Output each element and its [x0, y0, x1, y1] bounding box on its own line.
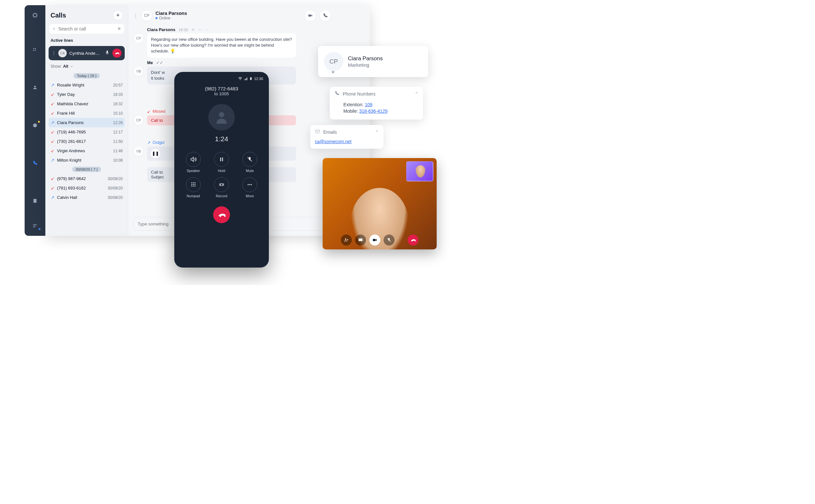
- contact-name: Ciara Parsons: [348, 55, 383, 62]
- search-icon: [52, 26, 56, 31]
- call-row[interactable]: ↙Virgie Andrews11:46: [49, 146, 125, 155]
- battery-icon: [249, 76, 253, 81]
- direction-icon: ↗: [51, 158, 54, 163]
- mute-button[interactable]: Mute: [239, 152, 260, 173]
- svg-point-0: [33, 48, 34, 49]
- call-row[interactable]: ↙Frank Hill15:10: [49, 109, 125, 118]
- more-icon[interactable]: ⋯: [205, 27, 209, 32]
- direction-icon: ↙: [51, 139, 54, 144]
- svg-point-26: [191, 182, 192, 183]
- call-row[interactable]: ↙Mathilda Chavez18:32: [49, 99, 125, 109]
- collapse-icon[interactable]: ⌃: [415, 91, 419, 97]
- pause-icon[interactable]: ❚❚: [151, 149, 160, 158]
- mobile-link[interactable]: 318-636-4129: [359, 109, 387, 114]
- svg-rect-18: [308, 15, 311, 17]
- favorite-icon[interactable]: ★: [331, 69, 335, 74]
- call-row[interactable]: ↗Ciara Parsons12:26: [49, 118, 125, 127]
- end-video-button[interactable]: [407, 235, 419, 246]
- call-time: 30/08/20: [108, 186, 123, 190]
- signal-icon: [244, 76, 248, 81]
- mic-icon[interactable]: [105, 50, 110, 56]
- dialpad-icon[interactable]: [118, 26, 121, 31]
- contact-dept: Marketing: [348, 62, 383, 68]
- numpad-button[interactable]: Numpad: [183, 177, 204, 198]
- screen-share-button[interactable]: [355, 235, 366, 246]
- drag-icon: ⋮: [52, 51, 56, 55]
- phone-statusbar: 12:30: [180, 76, 263, 81]
- kebab-icon[interactable]: ⋮: [133, 13, 138, 19]
- call-name: (719) 446-7695: [57, 130, 110, 134]
- chat-header: ⋮ CP Ciara Parsons Online: [128, 5, 370, 25]
- svg-point-7: [53, 28, 55, 29]
- email-link[interactable]: ca@somecom.net: [315, 139, 351, 144]
- call-name: Mathilda Chavez: [57, 101, 110, 106]
- audio-call-button[interactable]: [319, 10, 331, 21]
- end-call-button[interactable]: [112, 49, 121, 58]
- svg-rect-42: [359, 238, 362, 241]
- mic-mute-button[interactable]: [384, 235, 395, 246]
- search-bar[interactable]: [49, 24, 124, 34]
- logo-icon[interactable]: [31, 12, 39, 18]
- svg-rect-23: [220, 157, 221, 161]
- chat-name: Ciara Parsons: [155, 11, 187, 16]
- video-call-button[interactable]: [304, 10, 316, 21]
- call-time: 18:32: [113, 102, 123, 106]
- caller-avatar: [208, 104, 235, 131]
- calls-panel: Calls + Active lines ⋮ CA Cynthia Ande… …: [45, 5, 128, 236]
- call-row[interactable]: ↙(719) 446-769512:17: [49, 127, 125, 137]
- chat-avatar: CP: [141, 10, 152, 21]
- svg-point-15: [119, 29, 120, 30]
- call-row[interactable]: ↗Calvin Hall30/08/20: [49, 193, 125, 202]
- menu-icon[interactable]: [31, 222, 39, 229]
- extension-link[interactable]: 109: [365, 102, 372, 107]
- direction-icon: ↙: [51, 92, 54, 97]
- direction-icon: ↙: [51, 186, 54, 190]
- svg-point-14: [118, 29, 119, 30]
- call-row[interactable]: ↙(781) 693-616230/08/20: [49, 183, 125, 193]
- profile-icon[interactable]: [31, 84, 39, 91]
- call-time: 30/08/20: [108, 177, 123, 181]
- hold-button[interactable]: Hold: [211, 152, 232, 173]
- svg-rect-6: [33, 199, 36, 203]
- call-row[interactable]: ↗Milton Knight10:08: [49, 155, 125, 165]
- calls-title: Calls: [51, 12, 66, 19]
- emails-panel: Emails ⌃ ca@somecom.net: [310, 125, 384, 149]
- call-time: 12:26: [113, 120, 123, 125]
- call-row[interactable]: ↙(979) 987-964230/08/20: [49, 174, 125, 183]
- svg-point-22: [219, 112, 224, 117]
- direction-icon: ↗: [51, 83, 54, 87]
- call-list: Today ( 29 ) ↗Rosalie Wright20:57↙Tyler …: [49, 71, 125, 202]
- search-input[interactable]: [58, 26, 115, 31]
- app-sidebar: [25, 5, 45, 236]
- record-button[interactable]: Record: [211, 177, 232, 198]
- svg-point-34: [194, 186, 195, 187]
- more-button[interactable]: More: [239, 177, 260, 198]
- contacts-icon[interactable]: [31, 197, 39, 204]
- svg-point-38: [248, 184, 249, 185]
- call-row[interactable]: ↙(730) 281-661711:50: [49, 137, 125, 146]
- phone-nav-icon[interactable]: [31, 159, 39, 166]
- chat-icon[interactable]: [31, 122, 39, 129]
- hangup-button[interactable]: [213, 206, 230, 223]
- collapse-icon[interactable]: ⌃: [375, 130, 379, 135]
- call-time: 19:33: [113, 92, 123, 97]
- call-name: Virgie Andrews: [57, 148, 110, 153]
- star-icon[interactable]: ★: [191, 27, 195, 32]
- phone-icon: [334, 91, 339, 97]
- speaker-button[interactable]: Speaker: [183, 152, 204, 173]
- apps-icon[interactable]: [31, 46, 39, 53]
- call-time: 10:08: [113, 158, 123, 163]
- reply-icon[interactable]: ↩: [198, 27, 202, 32]
- new-call-button[interactable]: +: [113, 10, 123, 20]
- filter-row[interactable]: Show: All: [49, 63, 125, 71]
- camera-button[interactable]: [369, 235, 380, 246]
- svg-point-32: [191, 186, 192, 187]
- add-participant-button[interactable]: [341, 235, 352, 246]
- active-call-row[interactable]: ⋮ CA Cynthia Ande…: [49, 46, 125, 60]
- contact-avatar: CP ★: [324, 52, 343, 71]
- call-row[interactable]: ↙Tyler Day19:33: [49, 90, 125, 99]
- call-row[interactable]: ↗Rosalie Wright20:57: [49, 80, 125, 90]
- call-time: 11:46: [113, 149, 123, 153]
- video-pip[interactable]: [406, 161, 433, 181]
- msg-avatar: CP: [133, 115, 144, 125]
